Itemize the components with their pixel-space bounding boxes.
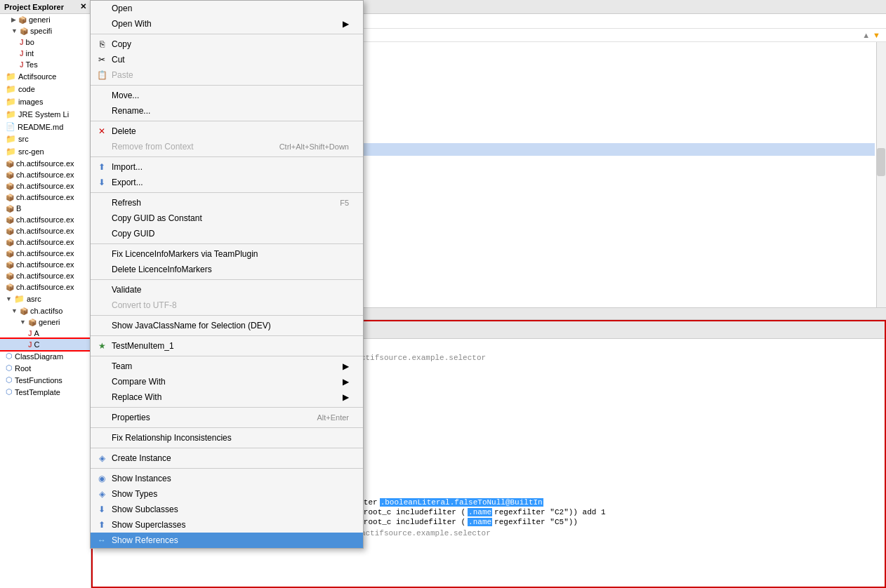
tree-item-label: ch.actifsource.ex [16, 249, 74, 258]
tree-item-classdiagram[interactable]: ⬡ ClassDiagram [0, 350, 91, 362]
tree-item-pkg11[interactable]: 📦 ch.actifsource.ex [0, 281, 91, 293]
tree-item-pkg3[interactable]: 📦 ch.actifsource.ex [0, 180, 91, 192]
java-icon: J [20, 50, 24, 58]
menu-item-label: Copy GUID as Constant [112, 213, 349, 223]
menu-item-remove-context[interactable]: Remove from Context Ctrl+Alt+Shift+Down [91, 139, 363, 154]
tree-item-A[interactable]: J A [0, 328, 91, 339]
menu-item-label: Properties [112, 413, 317, 422]
menu-item-fix-licence[interactable]: Fix LicenceInfoMarkers via TeamPlugin [91, 246, 363, 262]
menu-item-label: Show JavaClassName for Selection (DEV) [112, 321, 349, 330]
tree-item-label: ch.actifsource.ex [16, 215, 74, 224]
tree-item-label: B [16, 204, 21, 213]
tree-item-pkg10[interactable]: 📦 ch.actifsource.ex [0, 270, 91, 281]
tree-item-int[interactable]: J int [0, 48, 91, 59]
tree-item-generi2[interactable]: ▼ 📦 generi [0, 316, 91, 328]
tree-item-actifsource[interactable]: 📁 Actifsource [0, 70, 91, 83]
tree-item-code[interactable]: 📁 code [0, 83, 91, 95]
panel-close-icon[interactable]: ✕ [80, 2, 86, 11]
menu-item-label: Replace With [112, 392, 343, 402]
types-icon: ◈ [96, 489, 107, 499]
panel-title: Project Explorer ✕ [0, 0, 91, 14]
menu-separator [91, 448, 363, 448]
package-icon: 📦 [20, 27, 28, 35]
tree-item-images[interactable]: 📁 images [0, 95, 91, 108]
menu-item-open-with[interactable]: Open With ▶ [91, 16, 363, 32]
menu-item-copy[interactable]: ⎘ Copy [91, 36, 363, 52]
menu-item-team[interactable]: Team ▶ [91, 359, 363, 374]
menu-item-copy-guid[interactable]: Copy GUID [91, 226, 363, 241]
menu-item-open[interactable]: Open [91, 1, 363, 16]
tree-item-label: C [34, 340, 40, 349]
menu-item-show-references[interactable]: ↔ Show References [91, 533, 363, 548]
menu-item-import[interactable]: ⬆ Import... [91, 159, 363, 175]
tree-item-pkg2[interactable]: 📦 ch.actifsource.ex [0, 169, 91, 180]
tree-item-pkg7[interactable]: 📦 ch.actifsource.ex [0, 236, 91, 248]
menu-item-compare-with[interactable]: Compare With ▶ [91, 374, 363, 389]
menu-item-show-subclasses[interactable]: ⬇ Show Subclasses [91, 502, 363, 517]
selector-arrow-down[interactable]: ▼ [873, 31, 880, 39]
menu-item-paste[interactable]: 📋 Paste [91, 67, 363, 83]
submenu-arrow-icon: ▶ [343, 392, 349, 402]
java-icon: J [20, 39, 24, 46]
menu-item-fix-relationship[interactable]: Fix Relationship Inconsistencies [91, 430, 363, 446]
menu-item-show-superclasses[interactable]: ⬆ Show Superclasses [91, 517, 363, 533]
folder-icon: 📁 [6, 72, 16, 81]
menu-item-cut[interactable]: ✂ Cut [91, 52, 363, 67]
menu-item-label: Create Instance [112, 453, 349, 463]
menu-item-label: Show Superclasses [112, 520, 349, 530]
menu-separator [91, 427, 363, 428]
menu-item-convert-utf8[interactable]: Convert to UTF-8 [91, 298, 363, 313]
menu-item-label: TestMenuItem_1 [112, 341, 349, 351]
tree-item-root[interactable]: ⬡ Root [0, 362, 91, 374]
resource-icon: ⬡ [6, 363, 13, 373]
tree-item-testfunctions[interactable]: ⬡ TestFunctions [0, 374, 91, 386]
tree-item-readme[interactable]: 📄 README.md [0, 121, 91, 133]
shortcut-text: Ctrl+Alt+Shift+Down [279, 142, 349, 151]
tree-item-chactifso[interactable]: ▼ 📦 ch.actifso [0, 305, 91, 316]
menu-item-testmenuitem[interactable]: ★ TestMenuItem_1 [91, 338, 363, 354]
tree-item-pkg1[interactable]: 📦 ch.actifsource.ex [0, 158, 91, 169]
menu-item-export[interactable]: ⬇ Export... [91, 175, 363, 190]
tree-item-label: ch.actifsource.ex [16, 272, 74, 280]
menu-item-label: Import... [112, 162, 349, 172]
menu-item-replace-with[interactable]: Replace With ▶ [91, 389, 363, 405]
menu-item-delete-licence[interactable]: Delete LicenceInfoMarkers [91, 262, 363, 277]
tree-item-tes[interactable]: J Tes [0, 59, 91, 70]
menu-item-create-instance[interactable]: ◈ Create Instance [91, 450, 363, 466]
menu-item-properties[interactable]: Properties Alt+Enter [91, 410, 363, 425]
menu-item-delete[interactable]: ✕ Delete [91, 123, 363, 139]
tree-item-bo[interactable]: J bo [0, 36, 91, 48]
panel-title-text: Project Explorer [4, 3, 64, 11]
menu-item-show-instances[interactable]: ◉ Show Instances [91, 471, 363, 486]
tree-item-pkg8[interactable]: 📦 ch.actifsource.ex [0, 248, 91, 259]
tree-item-label: ch.actifsource.ex [16, 238, 74, 246]
tree-item-label: TestFunctions [15, 376, 62, 385]
menu-item-show-types[interactable]: ◈ Show Types [91, 486, 363, 502]
file-icon: 📄 [6, 122, 15, 131]
tree-item-pkg9[interactable]: 📦 ch.actifsource.ex [0, 259, 91, 270]
menu-item-validate[interactable]: Validate [91, 282, 363, 298]
menu-item-copy-guid-const[interactable]: Copy GUID as Constant [91, 211, 363, 226]
tree-item-pkg4[interactable]: 📦 ch.actifsource.ex [0, 192, 91, 203]
selector-arrow-up[interactable]: ▲ [862, 31, 870, 39]
export-icon: ⬇ [96, 178, 107, 187]
menu-item-label: Cut [112, 55, 349, 65]
tree-item-pkg5[interactable]: 📦 ch.actifsource.ex [0, 214, 91, 225]
tree-item-testtemplate[interactable]: ⬡ TestTemplate [0, 386, 91, 398]
tree-item-srcgen[interactable]: 📁 src-gen [0, 145, 91, 158]
tree-item-specifi[interactable]: ▼ 📦 specifi [0, 25, 91, 36]
tree-item-asrc[interactable]: ▼ 📁 asrc [0, 293, 91, 305]
tree-item-B[interactable]: 📦 B [0, 203, 91, 214]
menu-item-move[interactable]: Move... [91, 88, 363, 103]
menu-item-show-javaclassname[interactable]: Show JavaClassName for Selection (DEV) [91, 318, 363, 333]
menu-item-label: Convert to UTF-8 [112, 300, 349, 310]
menu-item-rename[interactable]: Rename... [91, 103, 363, 119]
tree-item-C[interactable]: J C [0, 339, 91, 350]
tree-item-jre[interactable]: 📁 JRE System Li [0, 108, 91, 121]
tree-item-src[interactable]: 📁 src [0, 133, 91, 145]
shortcut-text: Alt+Enter [317, 413, 349, 422]
menu-item-label: Validate [112, 285, 349, 295]
menu-item-refresh[interactable]: Refresh F5 [91, 195, 363, 211]
tree-item-generi[interactable]: ▶ 📦 generi [0, 14, 91, 25]
tree-item-pkg6[interactable]: 📦 ch.actifsource.ex [0, 225, 91, 236]
